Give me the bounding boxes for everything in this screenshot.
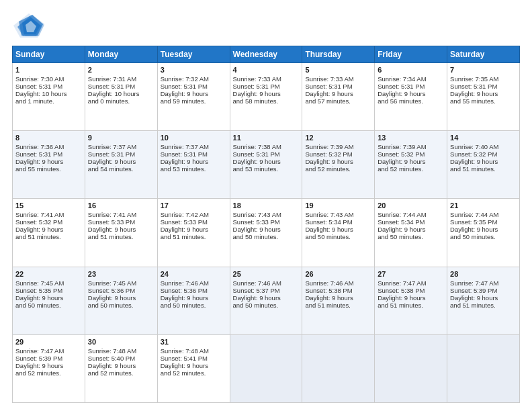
calendar-day-cell: 5Sunrise: 7:33 AMSunset: 5:31 PMDaylight… <box>302 63 375 131</box>
day-info-line: and 52 minutes. <box>305 165 371 173</box>
day-info-line: Daylight: 9 hours <box>161 294 227 302</box>
calendar-week-row: 22Sunrise: 7:45 AMSunset: 5:35 PMDayligh… <box>13 267 520 334</box>
day-info-line: Daylight: 9 hours <box>378 158 444 165</box>
day-info-line: Daylight: 9 hours <box>450 294 517 302</box>
day-info-line: Sunset: 5:31 PM <box>15 83 82 90</box>
calendar-day-cell: 17Sunrise: 7:42 AMSunset: 5:33 PMDayligh… <box>157 199 230 267</box>
day-number: 31 <box>161 338 227 346</box>
calendar-day-cell: 28Sunrise: 7:47 AMSunset: 5:39 PMDayligh… <box>447 267 520 334</box>
day-number: 3 <box>161 66 227 74</box>
day-info-line: Daylight: 9 hours <box>378 90 444 97</box>
calendar-day-cell: 11Sunrise: 7:38 AMSunset: 5:31 PMDayligh… <box>230 131 302 199</box>
day-info-line: and 51 minutes. <box>161 233 227 240</box>
day-info-line: Sunrise: 7:33 AM <box>305 75 371 83</box>
day-info-line: Daylight: 9 hours <box>161 90 227 97</box>
day-info-line: Sunrise: 7:39 AM <box>305 143 371 150</box>
day-info-line: and 56 minutes. <box>378 97 444 105</box>
day-info-line: Sunset: 5:32 PM <box>378 150 444 158</box>
day-number: 30 <box>88 338 154 346</box>
day-info-line: Daylight: 10 hours <box>88 90 154 97</box>
day-number: 7 <box>450 66 517 74</box>
day-info-line: Sunrise: 7:41 AM <box>15 211 82 218</box>
calendar-day-cell: 8Sunrise: 7:36 AMSunset: 5:31 PMDaylight… <box>13 131 85 199</box>
day-info-line: and 1 minute. <box>15 97 82 105</box>
day-info-line: Sunrise: 7:44 AM <box>378 211 444 218</box>
calendar-page: SundayMondayTuesdayWednesdayThursdayFrid… <box>0 0 532 411</box>
calendar-header-thursday: Thursday <box>302 46 375 63</box>
day-info-line: Sunrise: 7:40 AM <box>450 143 517 150</box>
day-info-line: Sunrise: 7:37 AM <box>161 143 227 150</box>
day-info-line: and 52 minutes. <box>378 165 444 173</box>
day-info-line: and 51 minutes. <box>305 302 371 309</box>
calendar-day-cell: 20Sunrise: 7:44 AMSunset: 5:34 PMDayligh… <box>375 199 447 267</box>
day-info-line: and 51 minutes. <box>450 165 517 173</box>
calendar-day-cell: 15Sunrise: 7:41 AMSunset: 5:32 PMDayligh… <box>13 199 85 267</box>
calendar-day-cell: 31Sunrise: 7:48 AMSunset: 5:41 PMDayligh… <box>157 334 230 402</box>
day-info-line: and 50 minutes. <box>450 233 517 240</box>
calendar-table: SundayMondayTuesdayWednesdayThursdayFrid… <box>12 46 520 403</box>
day-info-line: and 51 minutes. <box>378 302 444 309</box>
logo <box>12 12 48 39</box>
calendar-day-cell: 25Sunrise: 7:46 AMSunset: 5:37 PMDayligh… <box>230 267 302 334</box>
day-info-line: Daylight: 9 hours <box>450 90 517 97</box>
day-info-line: Sunset: 5:33 PM <box>88 218 154 226</box>
day-info-line: and 50 minutes. <box>88 302 154 309</box>
calendar-week-row: 1Sunrise: 7:30 AMSunset: 5:31 PMDaylight… <box>13 63 520 131</box>
day-info-line: and 53 minutes. <box>233 165 300 173</box>
day-info-line: Sunrise: 7:45 AM <box>88 279 154 287</box>
day-info-line: Sunrise: 7:48 AM <box>161 347 227 355</box>
calendar-day-cell: 3Sunrise: 7:32 AMSunset: 5:31 PMDaylight… <box>157 63 230 131</box>
calendar-header-monday: Monday <box>85 46 157 63</box>
day-info-line: Sunrise: 7:30 AM <box>15 75 82 83</box>
day-number: 15 <box>15 201 82 210</box>
day-info-line: Sunset: 5:33 PM <box>161 218 227 226</box>
calendar-day-cell: 4Sunrise: 7:33 AMSunset: 5:31 PMDaylight… <box>230 63 302 131</box>
header <box>12 12 520 39</box>
day-info-line: Daylight: 9 hours <box>233 226 300 233</box>
day-info-line: and 57 minutes. <box>305 97 371 105</box>
day-info-line: Sunrise: 7:39 AM <box>378 143 444 150</box>
day-info-line: Sunrise: 7:34 AM <box>378 75 444 83</box>
day-info-line: Sunrise: 7:43 AM <box>305 211 371 218</box>
day-info-line: Sunset: 5:34 PM <box>305 218 371 226</box>
calendar-empty-cell <box>230 334 302 402</box>
day-info-line: Sunset: 5:32 PM <box>305 150 371 158</box>
day-number: 12 <box>305 134 371 142</box>
day-info-line: Daylight: 9 hours <box>305 294 371 302</box>
day-info-line: Daylight: 9 hours <box>161 362 227 369</box>
day-info-line: Daylight: 9 hours <box>305 158 371 165</box>
calendar-week-row: 8Sunrise: 7:36 AMSunset: 5:31 PMDaylight… <box>13 131 520 199</box>
calendar-day-cell: 22Sunrise: 7:45 AMSunset: 5:35 PMDayligh… <box>13 267 85 334</box>
day-info-line: Daylight: 9 hours <box>450 226 517 233</box>
calendar-header-row: SundayMondayTuesdayWednesdayThursdayFrid… <box>13 46 520 63</box>
day-info-line: Sunset: 5:37 PM <box>233 287 300 294</box>
day-info-line: Daylight: 9 hours <box>450 158 517 165</box>
day-number: 21 <box>450 201 517 210</box>
day-info-line: Daylight: 9 hours <box>88 362 154 369</box>
day-info-line: Daylight: 9 hours <box>88 158 154 165</box>
calendar-day-cell: 27Sunrise: 7:47 AMSunset: 5:38 PMDayligh… <box>375 267 447 334</box>
day-info-line: and 52 minutes. <box>88 369 154 377</box>
day-info-line: and 50 minutes. <box>161 302 227 309</box>
day-info-line: Sunrise: 7:33 AM <box>233 75 300 83</box>
day-info-line: Daylight: 9 hours <box>305 90 371 97</box>
day-info-line: Daylight: 9 hours <box>233 158 300 165</box>
calendar-day-cell: 24Sunrise: 7:46 AMSunset: 5:36 PMDayligh… <box>157 267 230 334</box>
calendar-day-cell: 12Sunrise: 7:39 AMSunset: 5:32 PMDayligh… <box>302 131 375 199</box>
calendar-empty-cell <box>302 334 375 402</box>
day-info-line: and 55 minutes. <box>450 97 517 105</box>
day-info-line: Daylight: 9 hours <box>15 362 82 369</box>
day-info-line: Sunset: 5:40 PM <box>88 355 154 362</box>
day-info-line: Sunset: 5:38 PM <box>305 287 371 294</box>
calendar-header-tuesday: Tuesday <box>157 46 230 63</box>
day-info-line: Sunset: 5:39 PM <box>450 287 517 294</box>
day-number: 6 <box>378 66 444 74</box>
calendar-day-cell: 2Sunrise: 7:31 AMSunset: 5:31 PMDaylight… <box>85 63 157 131</box>
calendar-day-cell: 26Sunrise: 7:46 AMSunset: 5:38 PMDayligh… <box>302 267 375 334</box>
calendar-week-row: 29Sunrise: 7:47 AMSunset: 5:39 PMDayligh… <box>13 334 520 402</box>
day-info-line: Sunrise: 7:46 AM <box>305 279 371 287</box>
day-number: 16 <box>88 201 154 210</box>
calendar-header-sunday: Sunday <box>13 46 85 63</box>
calendar-day-cell: 10Sunrise: 7:37 AMSunset: 5:31 PMDayligh… <box>157 131 230 199</box>
day-info-line: and 50 minutes. <box>233 233 300 240</box>
